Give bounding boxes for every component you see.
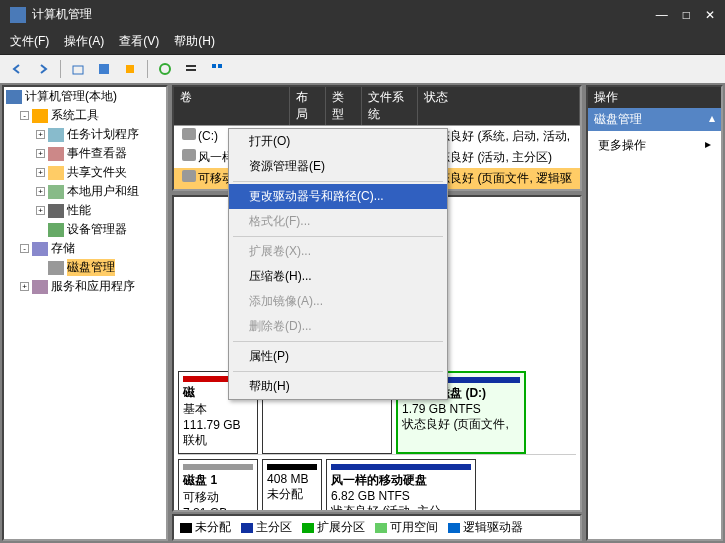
menubar: 文件(F) 操作(A) 查看(V) 帮助(H) bbox=[0, 29, 725, 54]
col-layout[interactable]: 布局 bbox=[290, 87, 326, 125]
refresh-button[interactable] bbox=[154, 59, 176, 79]
close-button[interactable]: ✕ bbox=[705, 8, 715, 22]
up-button[interactable] bbox=[67, 59, 89, 79]
col-status[interactable]: 状态 bbox=[418, 87, 580, 125]
svg-rect-1 bbox=[99, 64, 109, 74]
context-menu: 打开(O) 资源管理器(E) 更改驱动器号和路径(C)... 格式化(F)...… bbox=[228, 128, 448, 400]
tree-device-manager[interactable]: 设备管理器 bbox=[4, 220, 166, 239]
back-button[interactable] bbox=[6, 59, 28, 79]
ctx-explorer[interactable]: 资源管理器(E) bbox=[229, 154, 447, 179]
titlebar: 计算机管理 ― □ ✕ bbox=[0, 0, 725, 29]
menu-file[interactable]: 文件(F) bbox=[10, 33, 49, 50]
properties-button[interactable] bbox=[119, 59, 141, 79]
svg-rect-4 bbox=[186, 65, 196, 67]
window-title: 计算机管理 bbox=[32, 6, 92, 23]
col-type[interactable]: 类型 bbox=[326, 87, 362, 125]
tree-services[interactable]: +服务和应用程序 bbox=[4, 277, 166, 296]
detail-button[interactable] bbox=[206, 59, 228, 79]
ctx-delete[interactable]: 删除卷(D)... bbox=[229, 314, 447, 339]
menu-action[interactable]: 操作(A) bbox=[64, 33, 104, 50]
actions-panel: 操作 磁盘管理▴ 更多操作▸ bbox=[586, 85, 723, 541]
list-button[interactable] bbox=[180, 59, 202, 79]
svg-point-3 bbox=[160, 64, 170, 74]
ctx-open[interactable]: 打开(O) bbox=[229, 129, 447, 154]
col-fs[interactable]: 文件系统 bbox=[362, 87, 418, 125]
legend: 未分配 主分区 扩展分区 可用空间 逻辑驱动器 bbox=[172, 514, 582, 541]
tree-local-users[interactable]: +本地用户和组 bbox=[4, 182, 166, 201]
partition[interactable]: 风一样的移动硬盘 6.82 GB NTFS 状态良好 (活动, 主分 bbox=[326, 459, 476, 512]
partition-unallocated[interactable]: 408 MB 未分配 bbox=[262, 459, 322, 512]
svg-rect-6 bbox=[212, 64, 216, 68]
ctx-help[interactable]: 帮助(H) bbox=[229, 374, 447, 399]
actions-header: 操作 bbox=[588, 87, 721, 108]
menu-view[interactable]: 查看(V) bbox=[119, 33, 159, 50]
app-icon bbox=[10, 7, 26, 23]
tree-storage[interactable]: -存储 bbox=[4, 239, 166, 258]
tree-root[interactable]: 计算机管理(本地) bbox=[4, 87, 166, 106]
tree-shared-folders[interactable]: +共享文件夹 bbox=[4, 163, 166, 182]
tree-panel: 计算机管理(本地) -系统工具 +任务计划程序 +事件查看器 +共享文件夹 +本… bbox=[2, 85, 168, 541]
tree-disk-management[interactable]: 磁盘管理 bbox=[4, 258, 166, 277]
collapse-icon: ▴ bbox=[709, 111, 715, 128]
actions-subheader[interactable]: 磁盘管理▴ bbox=[588, 108, 721, 131]
list-header: 卷 布局 类型 文件系统 状态 bbox=[174, 87, 580, 126]
maximize-button[interactable]: □ bbox=[683, 8, 690, 22]
view-button[interactable] bbox=[93, 59, 115, 79]
ctx-mirror[interactable]: 添加镜像(A)... bbox=[229, 289, 447, 314]
svg-rect-2 bbox=[126, 65, 134, 73]
disk-row-1: 磁盘 1 可移动 7.21 GB 联机 408 MB 未分配 风一样的移动硬盘 … bbox=[178, 459, 576, 512]
disk-label[interactable]: 磁盘 1 可移动 7.21 GB 联机 bbox=[178, 459, 258, 512]
ctx-properties[interactable]: 属性(P) bbox=[229, 344, 447, 369]
menu-help[interactable]: 帮助(H) bbox=[174, 33, 215, 50]
minimize-button[interactable]: ― bbox=[656, 8, 668, 22]
ctx-shrink[interactable]: 压缩卷(H)... bbox=[229, 264, 447, 289]
svg-rect-0 bbox=[73, 66, 83, 74]
tree-system-tools[interactable]: -系统工具 bbox=[4, 106, 166, 125]
ctx-change-drive-letter[interactable]: 更改驱动器号和路径(C)... bbox=[229, 184, 447, 209]
chevron-right-icon: ▸ bbox=[705, 137, 711, 154]
tree-performance[interactable]: +性能 bbox=[4, 201, 166, 220]
more-actions[interactable]: 更多操作▸ bbox=[588, 131, 721, 160]
ctx-extend[interactable]: 扩展卷(X)... bbox=[229, 239, 447, 264]
forward-button[interactable] bbox=[32, 59, 54, 79]
svg-rect-5 bbox=[186, 69, 196, 71]
tree-task-scheduler[interactable]: +任务计划程序 bbox=[4, 125, 166, 144]
tree-event-viewer[interactable]: +事件查看器 bbox=[4, 144, 166, 163]
ctx-format[interactable]: 格式化(F)... bbox=[229, 209, 447, 234]
svg-rect-7 bbox=[218, 64, 222, 68]
col-volume[interactable]: 卷 bbox=[174, 87, 290, 125]
toolbar bbox=[0, 54, 725, 83]
